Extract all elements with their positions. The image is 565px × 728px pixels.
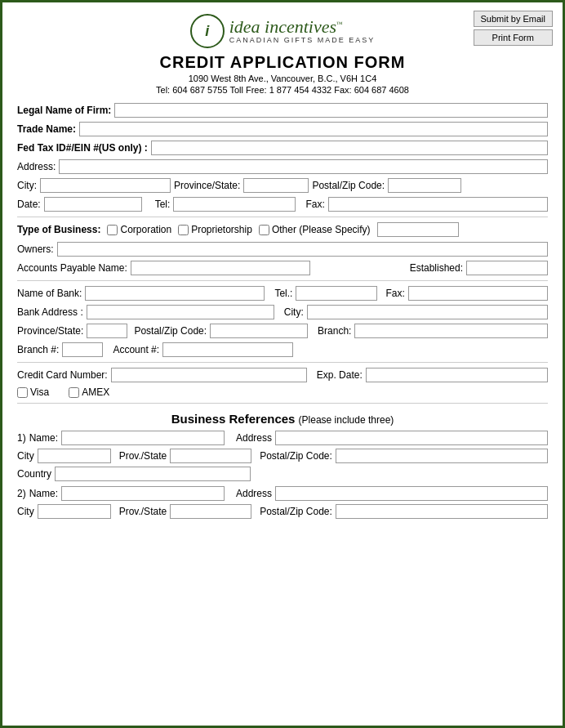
established-input[interactable]: [466, 261, 548, 275]
credit-card-input[interactable]: [111, 368, 307, 382]
branch-num-label: Branch #:: [17, 344, 59, 355]
bank-name-row: Name of Bank: Tel.: Fax:: [17, 286, 548, 301]
city-input[interactable]: [40, 178, 171, 193]
branch-account-row: Branch #: Account #:: [17, 342, 548, 357]
bank-province-input[interactable]: [87, 324, 127, 338]
trade-name-row: Trade Name:: [17, 122, 548, 136]
form-contact: Tel: 604 687 5755 Toll Free: 1 877 454 4…: [17, 85, 548, 95]
owners-row: Owners:: [17, 242, 548, 257]
logo-text: idea incentives™ CANADIAN GIFTS MADE EAS…: [229, 18, 376, 44]
bank-branch-input[interactable]: [354, 324, 548, 338]
bank-tel-label: Tel.:: [274, 288, 292, 299]
ref2-postal-label: Postal/Zip Code:: [260, 506, 332, 517]
account-num-label: Account #:: [113, 344, 159, 355]
legal-name-input[interactable]: [114, 103, 548, 118]
legal-name-row: Legal Name of Firm:: [17, 103, 548, 118]
other-checkbox[interactable]: [259, 225, 269, 235]
other-specify-input[interactable]: [377, 222, 459, 237]
form-title: CREDIT APPLICATION FORM: [17, 53, 548, 72]
city-label: City:: [17, 180, 37, 191]
city-row: City: Province/State: Postal/Zip Code:: [17, 178, 548, 193]
account-num-input[interactable]: [162, 342, 293, 357]
bank-postal-label: Postal/Zip Code:: [134, 325, 207, 337]
bank-city-label: City:: [284, 306, 304, 318]
address-input[interactable]: [59, 159, 548, 174]
exp-date-label: Exp. Date:: [317, 369, 363, 381]
accounts-payable-label: Accounts Payable Name:: [17, 262, 127, 274]
visa-label: Visa: [30, 386, 49, 398]
ref2-postal-input[interactable]: [336, 504, 548, 519]
proprietorship-checkbox-label[interactable]: Proprietorship: [178, 224, 252, 235]
bank-tel-input[interactable]: [296, 286, 377, 301]
ref2-address-input[interactable]: [275, 486, 548, 501]
branch-num-input[interactable]: [62, 342, 103, 357]
ref2-city-input[interactable]: [38, 504, 111, 519]
proprietorship-label: Proprietorship: [191, 224, 252, 235]
ref1-postal-input[interactable]: [336, 449, 548, 463]
ref1-postal-label: Postal/Zip Code:: [260, 450, 332, 462]
fed-tax-label: Fed Tax ID#/EIN #(US only) :: [17, 142, 148, 154]
province-input[interactable]: [243, 178, 309, 193]
postal-label: Postal/Zip Code:: [312, 180, 385, 191]
owners-input[interactable]: [57, 242, 548, 257]
ref2-city-row: City Prov./State Postal/Zip Code:: [17, 504, 548, 519]
ref1-name-row: 1) Name: Address: [17, 431, 548, 445]
corporation-label: Corporation: [120, 224, 171, 235]
amex-checkbox[interactable]: [69, 387, 79, 398]
corporation-checkbox-label[interactable]: Corporation: [107, 224, 171, 235]
tel-input[interactable]: [173, 197, 296, 212]
fed-tax-input[interactable]: [151, 141, 548, 155]
ref1-city-input[interactable]: [38, 449, 111, 463]
legal-name-label: Legal Name of Firm:: [17, 105, 111, 116]
bank-name-input[interactable]: [85, 286, 265, 301]
fax-label: Fax:: [305, 199, 324, 210]
visa-checkbox[interactable]: [17, 387, 28, 398]
date-label: Date:: [17, 199, 41, 210]
ref2-city-label: City: [17, 506, 34, 517]
ref1-name-label: Name:: [29, 432, 58, 444]
ref2-name-input[interactable]: [61, 486, 225, 501]
bank-address-row: Bank Address : City:: [17, 305, 548, 319]
tel-label: Tel:: [155, 199, 171, 210]
biz-ref-title: Business References (Please include thre…: [17, 412, 548, 426]
bank-name-label: Name of Bank:: [17, 288, 82, 299]
proprietorship-checkbox[interactable]: [178, 225, 189, 235]
ref1-country-input[interactable]: [55, 467, 251, 481]
ref2-address-label: Address: [236, 488, 272, 499]
exp-date-input[interactable]: [366, 368, 548, 382]
province-label: Province/State:: [174, 180, 240, 191]
ref1-country-label: Country: [17, 468, 51, 480]
bank-branch-label: Branch:: [318, 325, 351, 337]
ref1-name-input[interactable]: [61, 431, 225, 445]
bank-city-input[interactable]: [307, 305, 548, 319]
trade-name-input[interactable]: [79, 122, 548, 136]
bank-address-input[interactable]: [87, 305, 274, 319]
date-input[interactable]: [44, 197, 142, 212]
ref1-address-label: Address: [236, 432, 272, 444]
submit-email-button[interactable]: Submit by Email: [474, 11, 553, 27]
bank-fax-input[interactable]: [408, 286, 548, 301]
ref1-prov-label: Prov./State: [119, 450, 167, 462]
ref1-country-row: Country: [17, 467, 548, 481]
accounts-payable-input[interactable]: [131, 261, 310, 275]
ref1-prov-input[interactable]: [170, 449, 251, 463]
logo-area: i idea incentives™ CANADIAN GIFTS MADE E…: [17, 14, 548, 48]
postal-input[interactable]: [388, 178, 461, 193]
ref2-prov-input[interactable]: [170, 504, 251, 519]
fax-input[interactable]: [328, 197, 548, 212]
ref2-num-label: 2): [17, 488, 26, 499]
accounts-payable-row: Accounts Payable Name: Established:: [17, 261, 548, 275]
credit-card-row: Credit Card Number: Exp. Date:: [17, 368, 548, 382]
logo-icon: i: [190, 14, 225, 48]
ref2-name-label: Name:: [29, 488, 58, 499]
other-checkbox-label[interactable]: Other (Please Specify): [259, 224, 371, 235]
corporation-checkbox[interactable]: [107, 225, 118, 235]
bank-province-row: Province/State: Postal/Zip Code: Branch:: [17, 324, 548, 338]
print-form-button[interactable]: Print Form: [474, 29, 553, 46]
date-row: Date: Tel: Fax:: [17, 197, 548, 212]
ref1-address-input[interactable]: [275, 431, 548, 445]
visa-checkbox-label[interactable]: Visa: [17, 386, 49, 398]
logo-script-text: idea incentives™: [229, 18, 376, 36]
amex-checkbox-label[interactable]: AMEX: [69, 386, 109, 398]
bank-postal-input[interactable]: [210, 324, 308, 338]
